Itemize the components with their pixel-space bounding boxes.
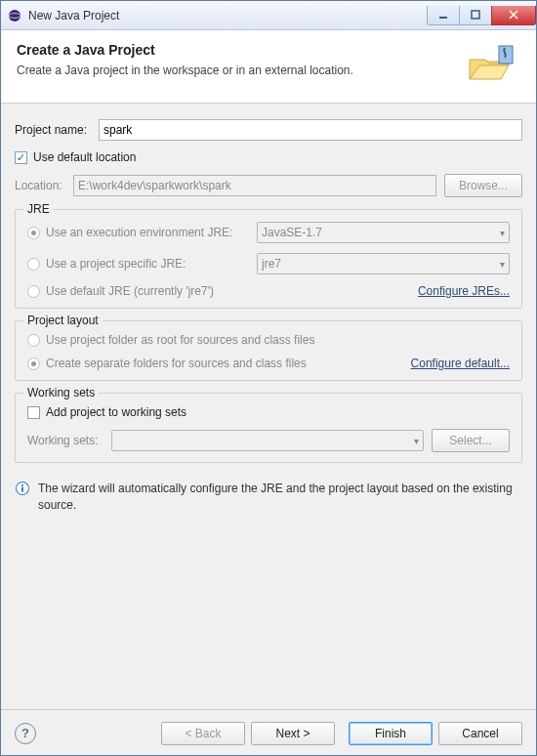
exec-env-combo[interactable]: JavaSE-1.7 ▾	[257, 222, 510, 243]
exec-env-label: Use an execution environment JRE:	[46, 226, 257, 239]
wizard-subtitle: Create a Java project in the workspace o…	[17, 63, 458, 77]
wizard-title: Create a Java Project	[17, 42, 458, 58]
working-sets-combo: ▾	[111, 430, 424, 451]
working-sets-label: Working sets:	[27, 434, 111, 447]
project-layout-group: Project layout Use project folder as roo…	[15, 320, 522, 381]
separate-folders-radio[interactable]	[27, 357, 40, 370]
java-project-icon	[466, 42, 520, 89]
default-jre-label: Use default JRE (currently 'jre7')	[46, 284, 418, 298]
add-to-working-sets-label: Add project to working sets	[46, 405, 186, 419]
project-name-input[interactable]	[99, 119, 522, 141]
browse-button[interactable]: Browse...	[444, 174, 522, 197]
project-specific-combo[interactable]: jre7 ▾	[257, 253, 510, 274]
exec-env-radio[interactable]	[27, 227, 40, 239]
svg-rect-8	[21, 487, 23, 492]
location-label: Location:	[15, 179, 73, 192]
svg-point-7	[21, 484, 23, 486]
project-name-label: Project name:	[15, 123, 99, 137]
use-default-location-label: Use default location	[33, 150, 136, 164]
wizard-footer: ? < Back Next > Finish Cancel	[1, 709, 536, 756]
finish-button[interactable]: Finish	[349, 722, 433, 745]
info-icon	[15, 481, 30, 496]
configure-default-link[interactable]: Configure default...	[411, 357, 510, 370]
use-default-location-checkbox[interactable]	[15, 151, 27, 164]
configure-jres-link[interactable]: Configure JREs...	[418, 284, 510, 298]
jre-group: JRE Use an execution environment JRE: Ja…	[15, 209, 522, 309]
info-message: The wizard will automatically configure …	[15, 481, 522, 514]
working-sets-legend: Working sets	[23, 386, 99, 399]
project-specific-label: Use a project specific JRE:	[46, 257, 257, 271]
info-text: The wizard will automatically configure …	[38, 481, 522, 514]
chevron-down-icon: ▾	[414, 436, 419, 446]
add-to-working-sets-checkbox[interactable]	[27, 406, 40, 419]
titlebar: New Java Project	[1, 1, 536, 30]
back-button[interactable]: < Back	[161, 722, 245, 745]
select-working-sets-button[interactable]: Select...	[432, 429, 510, 452]
jre-legend: JRE	[23, 202, 54, 216]
project-specific-radio[interactable]	[27, 258, 40, 271]
wizard-body: Project name: Use default location Locat…	[1, 104, 536, 709]
window-title: New Java Project	[28, 9, 119, 22]
location-input	[73, 175, 436, 196]
next-button[interactable]: Next >	[251, 722, 335, 745]
wizard-header: Create a Java Project Create a Java proj…	[1, 30, 536, 104]
help-button[interactable]: ?	[15, 723, 36, 744]
window-controls	[428, 6, 536, 25]
separate-folders-label: Create separate folders for sources and …	[46, 357, 411, 370]
chevron-down-icon: ▾	[500, 228, 505, 238]
root-folder-label: Use project folder as root for sources a…	[46, 333, 314, 347]
project-layout-legend: Project layout	[23, 314, 103, 327]
default-jre-radio[interactable]	[27, 285, 40, 298]
cancel-button[interactable]: Cancel	[438, 722, 522, 745]
close-button[interactable]	[491, 6, 536, 25]
chevron-down-icon: ▾	[500, 259, 505, 270]
svg-rect-3	[472, 11, 479, 19]
root-folder-radio[interactable]	[27, 334, 40, 347]
maximize-button[interactable]	[459, 6, 492, 25]
minimize-button[interactable]	[427, 6, 460, 25]
eclipse-icon	[7, 8, 22, 23]
svg-rect-2	[439, 17, 447, 19]
svg-point-0	[9, 10, 21, 21]
working-sets-group: Working sets Add project to working sets…	[15, 393, 522, 463]
